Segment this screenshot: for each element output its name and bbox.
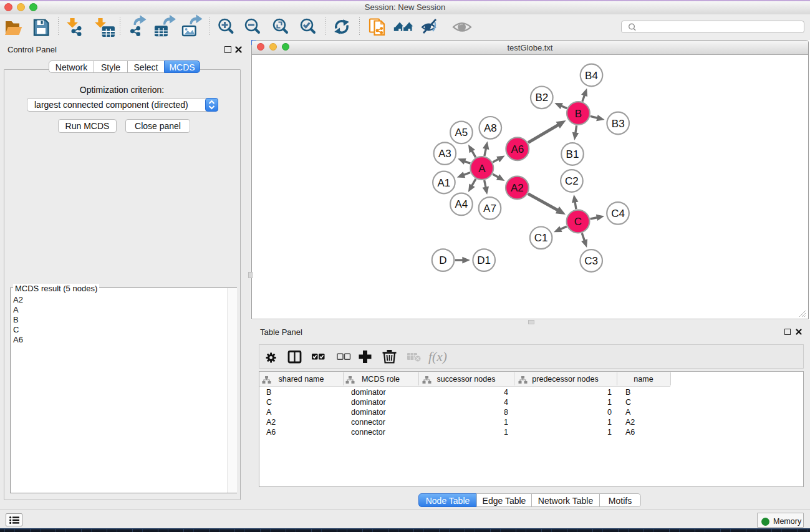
svg-text:A5: A5 (455, 127, 468, 138)
svg-text:B3: B3 (612, 118, 625, 130)
svg-text:D1: D1 (477, 254, 491, 266)
svg-text:B: B (575, 108, 582, 120)
svg-text:A6: A6 (511, 143, 524, 155)
svg-text:D: D (439, 254, 446, 266)
svg-text:A4: A4 (455, 198, 468, 210)
svg-text:C: C (574, 216, 582, 228)
svg-text:A1: A1 (438, 177, 451, 189)
svg-text:f(x): f(x) (428, 349, 447, 364)
svg-text:A: A (478, 163, 486, 175)
svg-text:C2: C2 (565, 175, 579, 187)
svg-text:C3: C3 (584, 255, 598, 267)
svg-text:A7: A7 (483, 203, 496, 215)
svg-text:B2: B2 (535, 92, 548, 104)
svg-text:C1: C1 (534, 232, 548, 244)
svg-text:A3: A3 (438, 148, 451, 160)
svg-text:A2: A2 (511, 182, 524, 194)
svg-text:C4: C4 (611, 208, 625, 220)
svg-text:B1: B1 (566, 148, 579, 160)
svg-text:B4: B4 (585, 70, 598, 82)
svg-text:A8: A8 (484, 122, 497, 134)
